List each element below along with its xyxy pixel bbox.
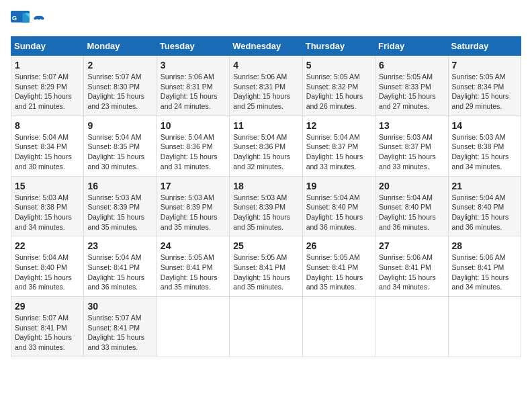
day-number: 14 (452, 120, 517, 131)
page-header: G (11, 11, 521, 30)
calendar-week-row: 22Sunrise: 5:04 AM Sunset: 8:40 PM Dayli… (11, 236, 521, 297)
day-number: 16 (87, 181, 152, 191)
calendar-cell: 19Sunrise: 5:04 AM Sunset: 8:40 PM Dayli… (302, 176, 375, 236)
day-number: 11 (233, 120, 298, 131)
header-thursday: Thursday (302, 37, 375, 56)
day-info: Sunrise: 5:04 AM Sunset: 8:36 PM Dayligh… (161, 132, 226, 172)
calendar-cell: 13Sunrise: 5:03 AM Sunset: 8:37 PM Dayli… (375, 116, 448, 176)
calendar-cell: 5Sunrise: 5:05 AM Sunset: 8:32 PM Daylig… (302, 56, 375, 116)
header-monday: Monday (84, 37, 157, 56)
calendar-cell: 2Sunrise: 5:07 AM Sunset: 8:30 PM Daylig… (84, 56, 157, 116)
day-number: 25 (233, 240, 298, 251)
day-info: Sunrise: 5:03 AM Sunset: 8:37 PM Dayligh… (379, 132, 444, 172)
calendar-cell: 20Sunrise: 5:04 AM Sunset: 8:40 PM Dayli… (375, 176, 448, 236)
calendar-cell: 18Sunrise: 5:03 AM Sunset: 8:39 PM Dayli… (230, 176, 302, 236)
calendar-cell: 21Sunrise: 5:04 AM Sunset: 8:40 PM Dayli… (448, 176, 521, 236)
day-info: Sunrise: 5:03 AM Sunset: 8:38 PM Dayligh… (452, 132, 517, 172)
day-number: 30 (87, 301, 152, 312)
day-info: Sunrise: 5:04 AM Sunset: 8:40 PM Dayligh… (306, 193, 371, 232)
calendar-cell: 17Sunrise: 5:03 AM Sunset: 8:39 PM Dayli… (157, 176, 229, 236)
day-number: 6 (379, 60, 444, 71)
day-info: Sunrise: 5:07 AM Sunset: 8:30 PM Dayligh… (87, 72, 152, 111)
calendar-week-row: 29Sunrise: 5:07 AM Sunset: 8:41 PM Dayli… (11, 297, 521, 357)
calendar-cell: 29Sunrise: 5:07 AM Sunset: 8:41 PM Dayli… (11, 297, 84, 357)
calendar-cell: 25Sunrise: 5:05 AM Sunset: 8:41 PM Dayli… (230, 236, 302, 297)
day-info: Sunrise: 5:06 AM Sunset: 8:31 PM Dayligh… (233, 72, 298, 111)
calendar-cell: 24Sunrise: 5:05 AM Sunset: 8:41 PM Dayli… (157, 236, 229, 297)
calendar-cell: 16Sunrise: 5:03 AM Sunset: 8:39 PM Dayli… (84, 176, 157, 236)
day-info: Sunrise: 5:04 AM Sunset: 8:40 PM Dayligh… (15, 253, 80, 292)
day-number: 10 (161, 120, 226, 131)
day-number: 19 (306, 181, 371, 191)
logo: G (11, 11, 46, 30)
day-number: 2 (87, 60, 152, 71)
day-info: Sunrise: 5:04 AM Sunset: 8:35 PM Dayligh… (87, 132, 152, 172)
calendar-cell (302, 297, 375, 357)
calendar-cell: 28Sunrise: 5:06 AM Sunset: 8:41 PM Dayli… (448, 236, 521, 297)
day-number: 24 (161, 240, 226, 251)
calendar-cell (375, 297, 448, 357)
calendar-cell: 8Sunrise: 5:04 AM Sunset: 8:34 PM Daylig… (11, 116, 84, 176)
calendar-cell: 15Sunrise: 5:03 AM Sunset: 8:38 PM Dayli… (11, 176, 84, 236)
calendar-cell: 27Sunrise: 5:06 AM Sunset: 8:41 PM Dayli… (375, 236, 448, 297)
day-number: 20 (379, 181, 444, 191)
calendar-cell: 7Sunrise: 5:05 AM Sunset: 8:34 PM Daylig… (448, 56, 521, 116)
day-number: 9 (87, 120, 152, 131)
day-number: 22 (15, 240, 80, 251)
calendar-cell: 10Sunrise: 5:04 AM Sunset: 8:36 PM Dayli… (157, 116, 229, 176)
day-number: 13 (379, 120, 444, 131)
day-info: Sunrise: 5:03 AM Sunset: 8:39 PM Dayligh… (161, 193, 226, 232)
calendar-cell: 22Sunrise: 5:04 AM Sunset: 8:40 PM Dayli… (11, 236, 84, 297)
day-info: Sunrise: 5:03 AM Sunset: 8:39 PM Dayligh… (87, 193, 152, 232)
calendar-cell: 11Sunrise: 5:04 AM Sunset: 8:36 PM Dayli… (230, 116, 302, 176)
day-number: 3 (161, 60, 226, 71)
calendar-cell: 12Sunrise: 5:04 AM Sunset: 8:37 PM Dayli… (302, 116, 375, 176)
calendar-cell: 26Sunrise: 5:05 AM Sunset: 8:41 PM Dayli… (302, 236, 375, 297)
calendar-table: SundayMondayTuesdayWednesdayThursdayFrid… (11, 36, 521, 357)
day-number: 1 (15, 60, 80, 71)
logo-icon: G (11, 11, 30, 30)
calendar-cell: 3Sunrise: 5:06 AM Sunset: 8:31 PM Daylig… (157, 56, 229, 116)
calendar-week-row: 8Sunrise: 5:04 AM Sunset: 8:34 PM Daylig… (11, 116, 521, 176)
day-info: Sunrise: 5:07 AM Sunset: 8:41 PM Dayligh… (15, 313, 80, 353)
day-number: 8 (15, 120, 80, 131)
calendar-cell (448, 297, 521, 357)
calendar-cell: 23Sunrise: 5:04 AM Sunset: 8:41 PM Dayli… (84, 236, 157, 297)
day-info: Sunrise: 5:04 AM Sunset: 8:41 PM Dayligh… (87, 253, 152, 292)
calendar-cell: 14Sunrise: 5:03 AM Sunset: 8:38 PM Dayli… (448, 116, 521, 176)
svg-text:G: G (12, 14, 17, 21)
day-number: 29 (15, 301, 80, 312)
day-number: 26 (306, 240, 371, 251)
calendar-cell: 1Sunrise: 5:07 AM Sunset: 8:29 PM Daylig… (11, 56, 84, 116)
calendar-week-row: 15Sunrise: 5:03 AM Sunset: 8:38 PM Dayli… (11, 176, 521, 236)
day-number: 15 (15, 181, 80, 191)
day-info: Sunrise: 5:05 AM Sunset: 8:41 PM Dayligh… (306, 253, 371, 292)
day-info: Sunrise: 5:06 AM Sunset: 8:31 PM Dayligh… (161, 72, 226, 111)
calendar-cell: 9Sunrise: 5:04 AM Sunset: 8:35 PM Daylig… (84, 116, 157, 176)
day-info: Sunrise: 5:04 AM Sunset: 8:40 PM Dayligh… (379, 193, 444, 232)
day-info: Sunrise: 5:04 AM Sunset: 8:34 PM Dayligh… (15, 132, 80, 172)
header-tuesday: Tuesday (157, 37, 229, 56)
day-number: 21 (452, 181, 517, 191)
calendar-cell (157, 297, 229, 357)
day-number: 27 (379, 240, 444, 251)
day-number: 17 (161, 181, 226, 191)
day-number: 28 (452, 240, 517, 251)
day-info: Sunrise: 5:06 AM Sunset: 8:41 PM Dayligh… (379, 253, 444, 292)
day-number: 5 (306, 60, 371, 71)
day-info: Sunrise: 5:05 AM Sunset: 8:41 PM Dayligh… (161, 253, 226, 292)
header-wednesday: Wednesday (230, 37, 302, 56)
day-number: 7 (452, 60, 517, 71)
header-friday: Friday (375, 37, 448, 56)
day-number: 12 (306, 120, 371, 131)
day-info: Sunrise: 5:04 AM Sunset: 8:36 PM Dayligh… (233, 132, 298, 172)
day-info: Sunrise: 5:05 AM Sunset: 8:34 PM Dayligh… (452, 72, 517, 111)
day-info: Sunrise: 5:04 AM Sunset: 8:40 PM Dayligh… (452, 193, 517, 232)
day-info: Sunrise: 5:07 AM Sunset: 8:29 PM Dayligh… (15, 72, 80, 111)
day-info: Sunrise: 5:04 AM Sunset: 8:37 PM Dayligh… (306, 132, 371, 172)
calendar-header-row: SundayMondayTuesdayWednesdayThursdayFrid… (11, 37, 521, 56)
calendar-week-row: 1Sunrise: 5:07 AM Sunset: 8:29 PM Daylig… (11, 56, 521, 116)
calendar-cell: 6Sunrise: 5:05 AM Sunset: 8:33 PM Daylig… (375, 56, 448, 116)
day-info: Sunrise: 5:07 AM Sunset: 8:41 PM Dayligh… (87, 313, 152, 353)
header-saturday: Saturday (448, 37, 521, 56)
